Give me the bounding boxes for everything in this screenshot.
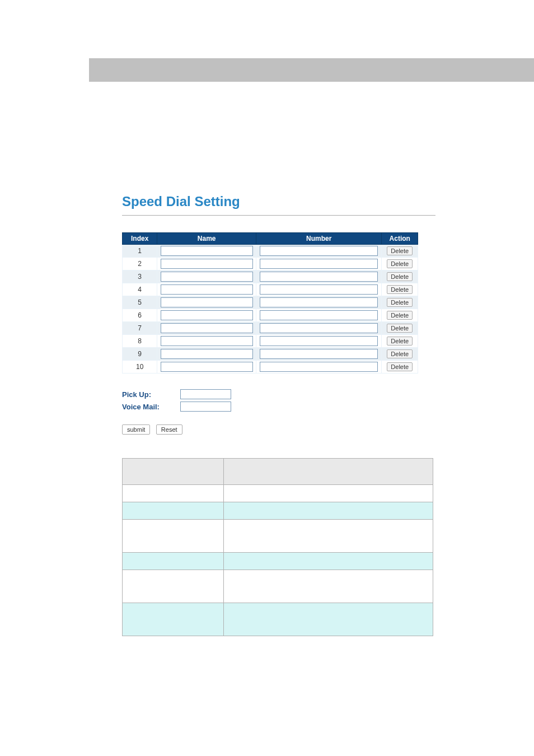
delete-button[interactable]: Delete — [387, 337, 413, 346]
index-cell: 1 — [123, 245, 157, 258]
action-cell: Delete — [382, 296, 418, 309]
number-input[interactable] — [260, 272, 378, 282]
name-input[interactable] — [161, 323, 253, 333]
name-input[interactable] — [161, 336, 253, 346]
delete-button[interactable]: Delete — [387, 349, 413, 358]
number-cell — [256, 335, 382, 348]
name-cell — [157, 270, 256, 283]
voicemail-row: Voice Mail: — [122, 402, 435, 412]
speed-dial-table: Index Name Number Action 1Delete2Delete3… — [122, 232, 418, 374]
name-input[interactable] — [161, 349, 253, 359]
name-input[interactable] — [161, 246, 253, 256]
reset-button[interactable]: Reset — [156, 424, 182, 435]
desc-cell — [224, 603, 433, 636]
pickup-label: Pick Up: — [122, 390, 178, 399]
name-cell — [157, 296, 256, 309]
table-row: 8Delete — [123, 335, 418, 348]
number-cell — [256, 296, 382, 309]
pickup-row: Pick Up: — [122, 389, 435, 399]
number-input[interactable] — [260, 284, 378, 295]
table-row: 4Delete — [123, 283, 418, 296]
pickup-input[interactable] — [180, 389, 231, 399]
action-cell: Delete — [382, 270, 418, 283]
action-cell: Delete — [382, 245, 418, 258]
action-cell: Delete — [382, 335, 418, 348]
header-name: Name — [157, 233, 256, 245]
name-cell — [157, 283, 256, 296]
name-input[interactable] — [161, 297, 253, 307]
index-cell: 10 — [123, 361, 157, 374]
index-cell: 5 — [123, 296, 157, 309]
index-cell: 3 — [123, 270, 157, 283]
header-bar — [89, 58, 534, 82]
name-input[interactable] — [161, 259, 253, 269]
name-input[interactable] — [161, 272, 253, 282]
desc-cell — [123, 485, 224, 502]
action-cell: Delete — [382, 361, 418, 374]
voicemail-input[interactable] — [180, 402, 231, 412]
desc-cell — [224, 502, 433, 520]
header-number: Number — [256, 233, 382, 245]
number-cell — [256, 283, 382, 296]
desc-cell — [123, 603, 224, 636]
delete-button[interactable]: Delete — [387, 259, 413, 268]
delete-button[interactable]: Delete — [387, 362, 413, 371]
desc-cell — [123, 570, 224, 603]
submit-button[interactable]: submit — [122, 424, 150, 435]
header-action: Action — [382, 233, 418, 245]
delete-button[interactable]: Delete — [387, 272, 413, 281]
action-cell: Delete — [382, 309, 418, 322]
title-underline — [122, 215, 435, 216]
name-input[interactable] — [161, 362, 253, 372]
index-cell: 7 — [123, 322, 157, 335]
name-cell — [157, 361, 256, 374]
header-index: Index — [123, 233, 157, 245]
delete-button[interactable]: Delete — [387, 246, 413, 255]
action-cell: Delete — [382, 348, 418, 361]
desc-cell — [123, 459, 224, 485]
desc-cell — [123, 502, 224, 520]
name-cell — [157, 335, 256, 348]
number-input[interactable] — [260, 349, 378, 359]
number-cell — [256, 245, 382, 258]
number-input[interactable] — [260, 246, 378, 256]
index-cell: 6 — [123, 309, 157, 322]
table-row: 3Delete — [123, 270, 418, 283]
index-cell: 8 — [123, 335, 157, 348]
name-cell — [157, 322, 256, 335]
delete-button[interactable]: Delete — [387, 311, 413, 320]
number-input[interactable] — [260, 259, 378, 269]
number-input[interactable] — [260, 362, 378, 372]
number-input[interactable] — [260, 323, 378, 333]
voicemail-label: Voice Mail: — [122, 403, 178, 411]
desc-cell — [224, 570, 433, 603]
table-row: 7Delete — [123, 322, 418, 335]
desc-cell — [224, 459, 433, 485]
number-input[interactable] — [260, 310, 378, 320]
desc-cell — [224, 553, 433, 570]
index-cell: 2 — [123, 258, 157, 270]
number-cell — [256, 270, 382, 283]
delete-button[interactable]: Delete — [387, 285, 413, 294]
desc-cell — [224, 485, 433, 502]
number-cell — [256, 361, 382, 374]
number-input[interactable] — [260, 297, 378, 307]
table-row: 9Delete — [123, 348, 418, 361]
action-cell: Delete — [382, 258, 418, 270]
name-cell — [157, 258, 256, 270]
name-input[interactable] — [161, 310, 253, 320]
number-cell — [256, 258, 382, 270]
number-input[interactable] — [260, 336, 378, 346]
number-cell — [256, 309, 382, 322]
name-input[interactable] — [161, 284, 253, 295]
desc-cell — [123, 520, 224, 553]
name-cell — [157, 245, 256, 258]
action-cell: Delete — [382, 322, 418, 335]
delete-button[interactable]: Delete — [387, 324, 413, 333]
name-cell — [157, 309, 256, 322]
delete-button[interactable]: Delete — [387, 298, 413, 307]
name-cell — [157, 348, 256, 361]
table-row: 1Delete — [123, 245, 418, 258]
desc-cell — [123, 553, 224, 570]
number-cell — [256, 348, 382, 361]
